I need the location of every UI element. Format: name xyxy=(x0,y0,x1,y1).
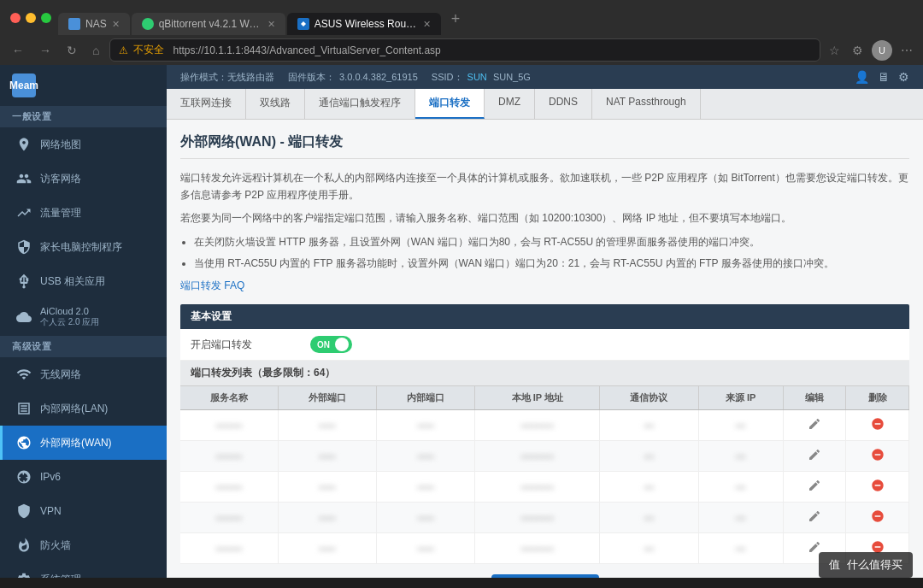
address-bar[interactable]: ⚠ 不安全 https://10.1.1.1:8443/Advanced_Vir… xyxy=(109,38,820,62)
delete-button[interactable] xyxy=(869,415,886,435)
sidebar-item-lan[interactable]: 内部网络(LAN) xyxy=(0,391,167,426)
port-forward-table-section: 端口转发列表（最多限制：64） 服务名称 外部端口 内部端口 本地 IP 地址 … xyxy=(180,361,909,564)
reload-button[interactable]: ↻ xyxy=(62,40,82,61)
cell-edit[interactable] xyxy=(783,441,846,472)
status-bar-info: 操作模式：无线路由器 固件版本： 3.0.0.4.382_61915 SSID：… xyxy=(180,71,531,84)
sidebar-item-traffic[interactable]: 流量管理 xyxy=(0,196,167,230)
sidebar-item-usb-label: USB 相关应用 xyxy=(40,274,105,289)
cell-service-name: •••••••• xyxy=(180,533,278,564)
cell-int-port: ••••• xyxy=(377,441,475,472)
menu-button[interactable]: ⋯ xyxy=(897,40,916,61)
tab-qbt-close[interactable]: ✕ xyxy=(267,19,275,30)
cell-edit[interactable] xyxy=(783,472,846,503)
cell-source-ip: ••• xyxy=(698,472,783,503)
sidebar-item-aicloud[interactable]: AiCloud 2.0个人云 2.0 应用 xyxy=(0,298,167,336)
forward-button[interactable]: → xyxy=(34,40,56,61)
add-config-button[interactable]: 添加设置文件 xyxy=(491,574,599,578)
tab-dual[interactable]: 双线路 xyxy=(246,89,305,119)
sidebar-item-ipv6-label: IPv6 xyxy=(40,471,61,483)
port-forward-toggle-row: 开启端口转发 ON xyxy=(180,329,909,361)
table-row: •••••••• ••••• ••••• •••••••••• ••• ••• xyxy=(180,533,909,564)
cell-edit[interactable] xyxy=(783,503,846,533)
cell-delete[interactable] xyxy=(846,503,909,533)
sidebar-item-sysadmin[interactable]: 系统管理 xyxy=(0,562,167,578)
nas-favicon xyxy=(68,18,80,30)
status-bar: 操作模式：无线路由器 固件版本： 3.0.0.4.382_61915 SSID：… xyxy=(167,65,923,89)
usb-icon xyxy=(15,272,33,291)
traffic-icon xyxy=(15,203,33,222)
sidebar-item-wireless[interactable]: 无线网络 xyxy=(0,357,167,391)
sidebar-item-network-map[interactable]: 网络地图 xyxy=(0,127,167,162)
edit-button[interactable] xyxy=(806,477,823,497)
table-row: •••••••• ••••• ••••• •••••••••• ••• ••• xyxy=(180,472,909,503)
port-forward-toggle[interactable]: ON xyxy=(310,336,352,353)
cell-delete[interactable] xyxy=(846,441,909,472)
sidebar-item-ipv6[interactable]: IPv6 xyxy=(0,460,167,494)
tab-asus[interactable]: ASUS Wireless Router RT-AC55... ✕ xyxy=(287,13,441,35)
tab-forward[interactable]: 端口转发 xyxy=(415,89,485,119)
settings-icon[interactable]: ⚙ xyxy=(898,70,909,84)
status-bar-icons: 👤 🖥 ⚙ xyxy=(855,70,909,84)
delete-button[interactable] xyxy=(869,508,886,527)
cell-delete[interactable] xyxy=(846,472,909,503)
extensions-button[interactable]: ⚙ xyxy=(849,40,867,61)
mode-label: 操作模式：无线路由器 xyxy=(180,71,274,84)
cell-local-ip: •••••••••• xyxy=(475,410,600,441)
delete-button[interactable] xyxy=(869,477,886,497)
tab-ddns[interactable]: DDNS xyxy=(535,89,592,119)
cell-local-ip: •••••••••• xyxy=(475,533,600,564)
cell-protocol: ••• xyxy=(600,533,698,564)
tab-asus-close[interactable]: ✕ xyxy=(423,19,431,30)
cell-service-name: •••••••• xyxy=(180,410,278,441)
tab-nat[interactable]: NAT Passthrough xyxy=(592,89,701,119)
tab-nas-close[interactable]: ✕ xyxy=(112,19,120,30)
home-button[interactable]: ⌂ xyxy=(87,40,104,61)
bookmark-button[interactable]: ☆ xyxy=(826,40,844,61)
table-row: •••••••• ••••• ••••• •••••••••• ••• ••• xyxy=(180,503,909,533)
cell-delete[interactable] xyxy=(846,410,909,441)
vpn-icon xyxy=(15,502,33,520)
sidebar-item-usb[interactable]: USB 相关应用 xyxy=(0,264,167,298)
profile-button[interactable]: U xyxy=(872,40,892,61)
back-button[interactable]: ← xyxy=(7,40,29,61)
description-text: 端口转发允许远程计算机在一个私人的内部网络内连接至一个具体的计算机或服务。欲加速… xyxy=(180,169,909,294)
sysadmin-icon xyxy=(15,570,33,578)
sidebar-item-wan-label: 外部网络(WAN) xyxy=(40,436,112,450)
new-tab-button[interactable]: + xyxy=(443,7,469,35)
sidebar-item-wan[interactable]: 外部网络(WAN) xyxy=(0,426,167,460)
sidebar-item-firewall[interactable]: 防火墙 xyxy=(0,528,167,562)
page-title: 外部网络(WAN) - 端口转发 xyxy=(180,133,909,159)
tab-trigger[interactable]: 通信端口触发程序 xyxy=(305,89,415,119)
cell-edit[interactable] xyxy=(783,410,846,441)
sidebar-item-firewall-label: 防火墙 xyxy=(40,538,71,553)
tab-internet[interactable]: 互联网连接 xyxy=(167,89,246,119)
enable-label: 开启端口转发 xyxy=(191,338,310,352)
lan-icon xyxy=(15,399,33,418)
sidebar-item-vpn[interactable]: VPN xyxy=(0,494,167,528)
tab-qbt[interactable]: qBittorrent v4.2.1 Web UI ✕ xyxy=(132,13,285,35)
window-close[interactable] xyxy=(10,13,21,23)
edit-button[interactable] xyxy=(806,446,823,466)
window-minimize[interactable] xyxy=(26,13,36,23)
col-service-name: 服务名称 xyxy=(180,386,278,410)
sidebar-item-parental[interactable]: 家长电脑控制程序 xyxy=(0,230,167,264)
cell-source-ip: ••• xyxy=(698,441,783,472)
cell-int-port: ••••• xyxy=(377,472,475,503)
network-icon[interactable]: 🖥 xyxy=(878,70,890,84)
sidebar-item-lan-label: 内部网络(LAN) xyxy=(40,402,108,416)
table-row: •••••••• ••••• ••••• •••••••••• ••• ••• xyxy=(180,441,909,472)
delete-button[interactable] xyxy=(869,446,886,466)
window-maximize[interactable] xyxy=(41,13,51,23)
wireless-icon xyxy=(15,365,33,384)
edit-button[interactable] xyxy=(806,415,823,435)
person-icon[interactable]: 👤 xyxy=(855,70,869,84)
ipv6-icon xyxy=(15,467,33,486)
faq-link[interactable]: 端口转发 FAQ xyxy=(180,277,909,294)
cell-local-ip: •••••••••• xyxy=(475,503,600,533)
edit-button[interactable] xyxy=(806,508,823,527)
sidebar-item-guest-network[interactable]: 访客网络 xyxy=(0,162,167,196)
tab-dmz[interactable]: DMZ xyxy=(485,89,535,119)
tab-nas[interactable]: NAS ✕ xyxy=(58,13,130,35)
sidebar-item-guest-label: 访客网络 xyxy=(40,172,81,186)
cell-source-ip: ••• xyxy=(698,503,783,533)
